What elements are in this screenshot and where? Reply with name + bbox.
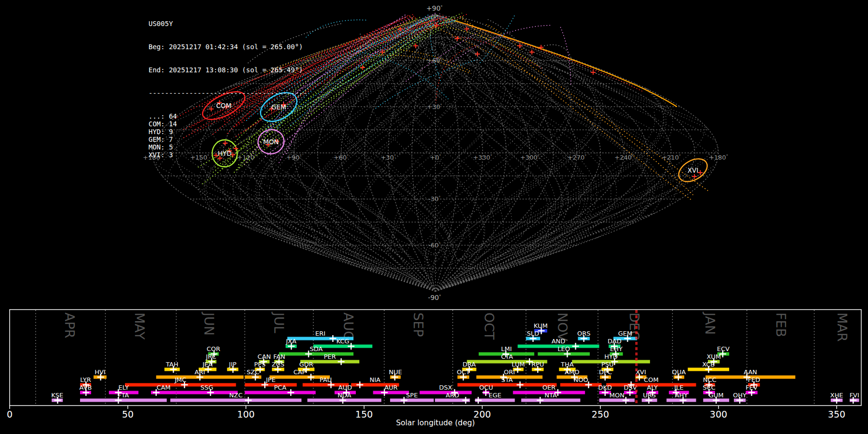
activity-timeline-chart: APRMAYJUNJULAUGSEPOCTNOVDECJANFEBMARKUME… — [7, 310, 861, 427]
shower-label: DKD — [598, 384, 612, 391]
meteor-plus — [591, 70, 596, 75]
pole-label-south: -90° — [428, 294, 441, 301]
shower-label: FVI — [850, 392, 859, 399]
month-label: MAR — [835, 312, 850, 342]
max-marker — [516, 381, 523, 388]
axis-tick-label: 300 — [710, 409, 727, 420]
shower-label: SLD — [527, 330, 540, 337]
meteor-track — [305, 20, 366, 39]
month-label: JUL — [271, 312, 286, 333]
axis-tick-label: 250 — [592, 409, 609, 420]
max-marker — [287, 389, 294, 396]
month-label: MAY — [132, 312, 147, 340]
shower-label: NCC — [703, 376, 717, 383]
shower-bar-JIP: JIP — [227, 361, 239, 373]
shower-label: COR — [206, 345, 220, 353]
shower-label: KSE — [51, 392, 63, 399]
lon-label: +0° — [430, 154, 441, 161]
shower-label: ARI — [195, 368, 205, 376]
shower-label: LUM — [512, 361, 525, 368]
activity-bar — [373, 391, 409, 394]
shower-label: JXA — [285, 338, 297, 345]
meteor-track — [379, 62, 518, 109]
lon-label: +60° — [334, 154, 349, 161]
activity-bar — [521, 399, 581, 402]
shower-label: OCT — [457, 368, 470, 376]
shower-label: ZCS — [272, 361, 285, 368]
shower-label: MON — [610, 392, 624, 399]
count-line: ...: 64 — [149, 112, 307, 120]
meteor-track — [359, 55, 627, 198]
radiant-activity-plot: COMGEMMONHYDXVI+90°-90°+60°+30°-30°-60°+… — [0, 0, 868, 434]
shower-label: CAM — [157, 384, 171, 391]
shower-bar-ORS: ORS — [577, 330, 591, 342]
shower-label: AVB — [80, 384, 92, 391]
activity-bar — [125, 383, 236, 387]
radiant-label-XVI: XVI — [688, 166, 698, 174]
shower-label: FAN — [273, 353, 285, 360]
activity-bar — [279, 353, 353, 356]
shower-label: XHE — [830, 392, 843, 399]
shower-label: DPC — [599, 368, 612, 376]
shower-bar-SLD: SLD — [526, 330, 540, 342]
shower-bar-KSE: KSE — [51, 392, 63, 404]
month-label: OCT — [482, 312, 497, 340]
shower-label: ARD — [446, 392, 459, 399]
activity-bar — [176, 391, 238, 394]
month-label: APR — [62, 312, 77, 339]
shower-label: DSV — [624, 384, 637, 391]
activity-bar — [80, 399, 167, 402]
shower-label: XUM — [706, 353, 721, 360]
shower-label: NDA — [338, 392, 352, 399]
shower-label: SCC — [703, 384, 715, 391]
radiant-plot-app: COMGEMMONHYDXVI+90°-90°+60°+30°-30°-60°+… — [0, 0, 868, 434]
shower-label: OHY — [733, 392, 746, 399]
meteor-track — [355, 176, 420, 282]
meteor-track — [408, 157, 622, 265]
radiant-mark — [692, 174, 697, 179]
lon-label: +300° — [520, 154, 540, 161]
activity-bar — [390, 399, 434, 402]
shower-label: AND — [552, 338, 566, 345]
lon-label: +30° — [380, 154, 395, 161]
shower-label: HYD — [604, 353, 618, 360]
activity-bar — [170, 399, 301, 402]
shower-bar-AVB: AVB — [80, 384, 92, 396]
shower-label: OCU — [479, 384, 493, 391]
lat-label: +60° — [427, 57, 442, 64]
activity-bar — [599, 399, 635, 402]
lon-label: +210° — [662, 154, 681, 161]
lon-label: +240° — [614, 154, 634, 161]
count-line: GEM: 7 — [149, 136, 307, 143]
shower-label: LMI — [501, 345, 512, 353]
shower-label: CAP — [294, 368, 306, 376]
shower-label: CAN — [258, 353, 271, 360]
shower-label: LYR — [80, 376, 91, 383]
max-marker — [475, 397, 482, 404]
shower-label: ECV — [717, 345, 730, 353]
shower-label: PSU — [601, 361, 614, 368]
shower-label: KCG — [336, 338, 349, 345]
shower-bar-XCB: XCB — [688, 361, 729, 373]
meteor-track — [411, 30, 430, 81]
axis-tick-label: 0 — [7, 409, 13, 420]
shower-label: NUE — [389, 368, 402, 376]
shower-label: QUA — [672, 368, 686, 376]
activity-bar — [458, 383, 557, 387]
shower-counts: ...: 64COM: 14HYD: 9GEM: 7MON: 5XVI: 3 — [149, 112, 307, 120]
lon-label: +330° — [473, 154, 492, 161]
shower-label: AMO — [565, 368, 579, 376]
max-marker — [356, 381, 363, 388]
axis-tick-label: 350 — [828, 409, 845, 420]
shower-label: AUR — [384, 384, 397, 391]
shower-label: PAU — [320, 376, 332, 383]
lat-label: -30° — [428, 195, 440, 203]
axis-tick-label: 100 — [237, 409, 255, 420]
shower-label: KUM — [534, 322, 548, 329]
shower-bar-ZCS: ZCS — [272, 361, 285, 373]
shower-label: OER — [542, 384, 556, 391]
meteor-track — [358, 41, 669, 234]
shower-label: NOO — [573, 376, 588, 383]
station-id: US005Y — [149, 20, 307, 27]
meteor-track — [315, 204, 433, 288]
